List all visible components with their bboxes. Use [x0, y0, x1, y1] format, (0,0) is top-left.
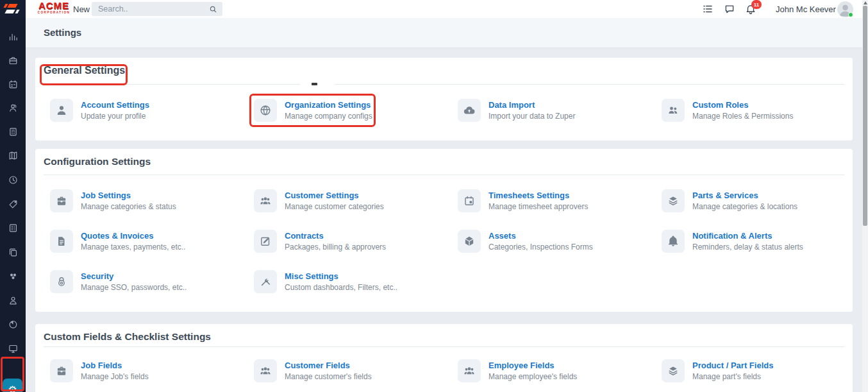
item-organization-settings[interactable]: Organization SettingsManage company conf… [254, 99, 458, 122]
list-view-icon[interactable] [702, 3, 714, 15]
calendar-icon [458, 189, 481, 212]
cube-icon [458, 230, 481, 253]
teams-user-icon[interactable] [7, 294, 19, 306]
item-subtitle: Reminders, delay & status alerts [692, 243, 803, 251]
online-status-dot [848, 12, 853, 17]
item-title: Data Import [488, 100, 575, 110]
document-icon [50, 230, 73, 253]
territories-map-icon[interactable] [7, 149, 19, 161]
parts-icon[interactable] [7, 270, 19, 282]
item-title: Parts & Services [692, 191, 797, 200]
section-title: General Settings [44, 65, 125, 76]
jobs-briefcase-icon[interactable] [7, 55, 19, 66]
item-subtitle: Categories, Inspections Forms [488, 243, 593, 251]
item-subtitle: Manage SSO, passwords, etc.. [81, 283, 187, 292]
item-title: Contracts [285, 231, 386, 241]
brand-subtitle: CORPORATION [37, 12, 71, 15]
item-customer-fields[interactable]: Customer FieldsManage customer's fields [254, 359, 458, 382]
divider [44, 84, 844, 85]
quotes-tag-icon[interactable] [7, 198, 19, 210]
page-title: Settings [44, 27, 81, 38]
item-job-fields[interactable]: Job FieldsManage Job's fields [50, 359, 254, 382]
scrollbar-thumb[interactable] [863, 6, 867, 226]
layers-icon [662, 189, 685, 212]
acme-logo: ACME CORPORATION [37, 1, 71, 15]
lock-icon [50, 270, 73, 293]
group-icon [254, 359, 277, 382]
item-notification-alerts[interactable]: Notification & AlertsReminders, delay & … [662, 230, 865, 253]
bell-icon [662, 230, 685, 253]
search-icon[interactable] [209, 5, 217, 13]
item-subtitle: Manage part's fields [692, 372, 773, 381]
item-contracts[interactable]: ContractsPackages, billing & approvers [254, 230, 458, 253]
dispatch-calendar-icon[interactable] [7, 78, 19, 90]
two-users-icon [662, 99, 685, 122]
divider [44, 346, 844, 347]
item-title: Timesheets Settings [488, 191, 588, 200]
section-title: Custom Fields & Checklist Settings [44, 331, 211, 343]
item-subtitle: Manage Job's fields [81, 372, 149, 381]
edit-square-icon [254, 230, 277, 253]
item-subtitle: Import your data to Zuper [488, 112, 575, 121]
item-timesheets-settings[interactable]: Timesheets SettingsManage timesheet appr… [458, 189, 662, 212]
new-label: New [73, 4, 90, 14]
item-assets[interactable]: AssetsCategories, Inspections Forms [458, 230, 662, 253]
kiosk-monitor-icon[interactable] [7, 343, 19, 354]
divider [44, 175, 844, 175]
dashboard-icon[interactable] [7, 31, 19, 42]
item-title: Organization Settings [285, 100, 372, 110]
user-menu[interactable]: John Mc Keever [776, 0, 845, 18]
item-subtitle: Manage taxes, payments, etc.. [81, 243, 185, 251]
item-account-settings[interactable]: Account SettingsUpdate your profile [50, 99, 254, 122]
item-title: Job Settings [81, 191, 176, 200]
item-title: Customer Fields [285, 361, 372, 370]
organization-building-icon[interactable] [7, 126, 19, 137]
briefcase-icon [50, 189, 73, 212]
documents-copy-icon[interactable] [7, 246, 19, 258]
tools-icon [254, 270, 277, 293]
page-header: Settings [26, 18, 868, 48]
item-job-settings[interactable]: Job SettingsManage categories & status [50, 189, 254, 212]
reports-pie-icon[interactable] [7, 318, 19, 330]
item-custom-roles[interactable]: Custom RolesManage Roles & Permissions [662, 99, 865, 122]
item-customer-settings[interactable]: Customer SettingsManage customer categor… [254, 189, 458, 212]
item-title: Product / Part Fields [692, 361, 773, 370]
gear-icon: ⚙ [8, 385, 17, 392]
item-title: Job Fields [81, 361, 149, 370]
chat-icon[interactable] [724, 3, 735, 15]
invoices-icon[interactable] [7, 222, 19, 234]
item-product-part-fields[interactable]: Product / Part FieldsManage part's field… [662, 359, 865, 382]
item-security[interactable]: SecurityManage SSO, passwords, etc.. [50, 270, 254, 293]
item-misc-settings[interactable]: Misc SettingsCustom dashboards, Filters,… [254, 270, 458, 293]
item-employee-fields[interactable]: Employee FieldsManage employee's fields [458, 359, 662, 382]
item-title: Notification & Alerts [692, 231, 803, 241]
customers-icon[interactable] [7, 102, 19, 114]
configuration-settings-card: Configuration Settings Job SettingsManag… [35, 149, 853, 312]
sidebar-item-settings-active[interactable]: ⚙ [3, 379, 22, 392]
item-title: Customer Settings [285, 191, 384, 200]
item-subtitle: Update your profile [81, 112, 149, 121]
item-title: Employee Fields [488, 361, 577, 370]
timesheets-clock-icon[interactable] [7, 174, 19, 185]
user-name: John Mc Keever [776, 4, 836, 14]
item-subtitle: Manage company configs [285, 112, 372, 121]
item-data-import[interactable]: Data ImportImport your data to Zuper [458, 99, 662, 122]
group-icon [254, 189, 277, 212]
scrollbar-track[interactable] [862, 0, 868, 392]
item-title: Security [81, 271, 187, 281]
item-subtitle: Manage Roles & Permissions [692, 112, 793, 121]
item-title: Quotes & Invoices [81, 231, 185, 241]
item-subtitle: Manage customer's fields [285, 372, 372, 381]
item-parts-services[interactable]: Parts & ServicesManage categories & loca… [662, 189, 865, 212]
item-subtitle: Manage customer categories [285, 202, 384, 211]
section-title: Configuration Settings [44, 156, 151, 167]
item-quotes-invoices[interactable]: Quotes & InvoicesManage taxes, payments,… [50, 230, 254, 253]
cloud-upload-icon [458, 99, 481, 122]
brand-name: ACME [37, 1, 71, 10]
scrollbar-up-arrow[interactable] [864, 1, 867, 4]
user-icon [50, 99, 73, 122]
notification-count-badge: 11 [751, 0, 762, 9]
search-input[interactable] [92, 4, 209, 13]
layers-icon [662, 359, 685, 382]
zuper-logo[interactable] [0, 0, 26, 18]
